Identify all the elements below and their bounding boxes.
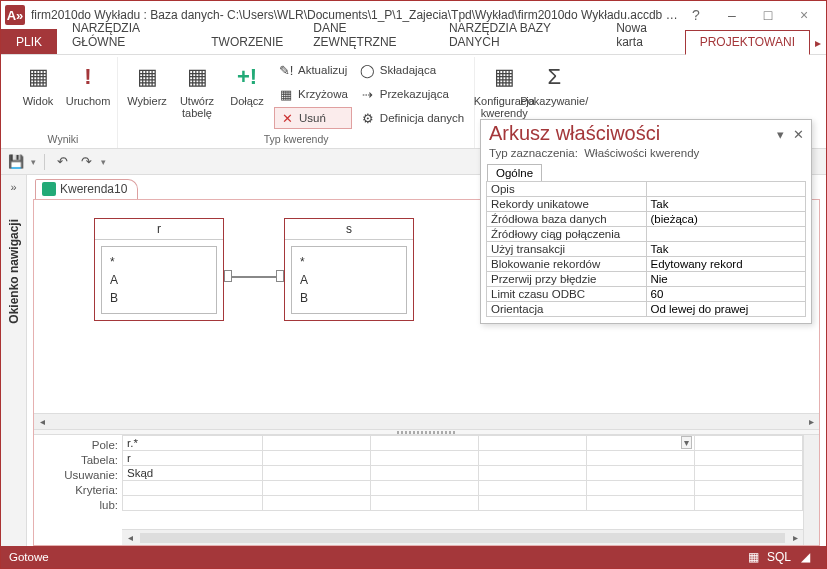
cell-tabela-1[interactable]: r xyxy=(123,451,263,466)
crosstab-button[interactable]: ▦Krzyżowa xyxy=(274,83,352,105)
ddl-button[interactable]: ⚙Definicja danych xyxy=(356,107,468,129)
tab-dbtools[interactable]: NARZĘDZIA BAZY DANYCH xyxy=(434,16,601,54)
table-s-field-star[interactable]: * xyxy=(300,253,398,271)
qat-dropdown2-icon[interactable]: ▾ xyxy=(101,157,106,167)
delete-icon: ✕ xyxy=(279,110,295,126)
tab-external[interactable]: DANE ZEWNĘTRZNE xyxy=(298,16,434,54)
table-s-field-a[interactable]: A xyxy=(300,271,398,289)
prop-val-srcconn[interactable] xyxy=(646,227,806,242)
showhide-label: Pokazywanie/ xyxy=(520,95,588,107)
label-tabela: Tabela: xyxy=(34,453,118,468)
cell-pole-4[interactable] xyxy=(479,436,587,451)
view-design-icon[interactable]: ◢ xyxy=(792,550,818,564)
label-pole: Pole: xyxy=(34,438,118,453)
view-label: Widok xyxy=(23,95,54,107)
tab-file[interactable]: PLIK xyxy=(1,29,57,54)
prop-key-srcdb: Źródłowa baza danych xyxy=(487,212,647,227)
cell-pole-6[interactable] xyxy=(695,436,803,451)
label-kryteria: Kryteria: xyxy=(34,483,118,498)
view-datasheet-icon[interactable]: ▦ xyxy=(740,550,766,564)
save-icon[interactable]: 💾 xyxy=(7,153,25,171)
cell-kryteria-1[interactable] xyxy=(123,481,263,496)
prop-val-orient[interactable]: Od lewej do prawej xyxy=(646,302,806,317)
prop-val-unique[interactable]: Tak xyxy=(646,197,806,212)
table-r-header: r xyxy=(95,219,223,240)
cell-lub-1[interactable] xyxy=(123,496,263,511)
qat-dropdown-icon[interactable]: ▾ xyxy=(31,157,36,167)
prop-key-fail: Przerwij przy błędzie xyxy=(487,272,647,287)
cell-pole-5[interactable] xyxy=(587,436,695,451)
table-s-header: s xyxy=(285,219,413,240)
passthrough-label: Przekazująca xyxy=(380,88,449,100)
union-button[interactable]: ◯Składająca xyxy=(356,59,468,81)
table-r[interactable]: r * A B xyxy=(94,218,224,321)
passthrough-icon: ⇢ xyxy=(360,86,376,102)
table-r-field-b[interactable]: B xyxy=(110,289,208,307)
query-icon xyxy=(42,182,56,196)
join-line[interactable] xyxy=(224,276,284,278)
close-button[interactable]: × xyxy=(786,3,822,27)
property-tab-general[interactable]: Ogólne xyxy=(487,164,542,181)
querysetup-button[interactable]: ▦Konfiguracja kwerendy xyxy=(481,59,527,119)
setup-icon: ▦ xyxy=(488,61,520,93)
union-icon: ◯ xyxy=(360,62,376,78)
qbe-grid: Pole: Tabela: Usuwanie: Kryteria: lub: r… xyxy=(34,435,819,545)
doc-tab-kwerenda10[interactable]: Kwerenda10 xyxy=(35,179,138,199)
qbe-vscroll[interactable] xyxy=(803,435,819,545)
prop-val-opis[interactable] xyxy=(646,182,806,197)
prop-val-odbc[interactable]: 60 xyxy=(646,287,806,302)
tab-design[interactable]: PROJEKTOWANI xyxy=(685,30,810,55)
prop-key-orient: Orientacja xyxy=(487,302,647,317)
qbe-columns[interactable]: r.* r Skąd ◂▸ xyxy=(122,435,803,545)
label-lub: lub: xyxy=(34,498,118,513)
maketable-button[interactable]: ▦Utwórz tabelę xyxy=(174,59,220,119)
prop-val-trans[interactable]: Tak xyxy=(646,242,806,257)
showhide-button[interactable]: ΣPokazywanie/ xyxy=(531,59,577,107)
ribbon-group-querytype: ▦Wybierz ▦Utwórz tabelę +!Dołącz ✎!Aktua… xyxy=(118,57,475,148)
table-s-field-b[interactable]: B xyxy=(300,289,398,307)
cell-usuwanie-1[interactable]: Skąd xyxy=(123,466,263,481)
update-button[interactable]: ✎!Aktualizuj xyxy=(274,59,352,81)
prop-key-unique: Rekordy unikatowe xyxy=(487,197,647,212)
prop-sub-label: Typ zaznaczenia: xyxy=(489,147,578,159)
append-label: Dołącz xyxy=(230,95,264,107)
view-button[interactable]: ▦ Widok xyxy=(15,59,61,107)
diagram-hscroll[interactable]: ◂▸ xyxy=(34,413,819,429)
navigation-pane-collapsed[interactable]: » Okienko nawigacji xyxy=(1,175,27,546)
prop-key-opis: Opis xyxy=(487,182,647,197)
table-r-field-star[interactable]: * xyxy=(110,253,208,271)
minimize-button[interactable]: – xyxy=(714,3,750,27)
cell-pole-2[interactable] xyxy=(263,436,371,451)
undo-icon[interactable]: ↶ xyxy=(53,153,71,171)
prop-key-srcconn: Źródłowy ciąg połączenia xyxy=(487,227,647,242)
tab-overflow[interactable]: ▸ xyxy=(810,31,826,54)
tab-home[interactable]: NARZĘDZIA GŁÓWNE xyxy=(57,16,196,54)
prop-val-fail[interactable]: Nie xyxy=(646,272,806,287)
select-button[interactable]: ▦Wybierz xyxy=(124,59,170,107)
table-s[interactable]: s * A B xyxy=(284,218,414,321)
prop-val-srcdb[interactable]: (bieżąca) xyxy=(646,212,806,227)
passthrough-button[interactable]: ⇢Przekazująca xyxy=(356,83,468,105)
prop-val-lock[interactable]: Edytowany rekord xyxy=(646,257,806,272)
view-sql-button[interactable]: SQL xyxy=(766,550,792,564)
tab-new[interactable]: Nowa karta xyxy=(601,16,684,54)
property-sheet-close-icon[interactable]: ✕ xyxy=(789,127,807,142)
delete-button[interactable]: ✕Usuń xyxy=(274,107,352,129)
redo-icon[interactable]: ↷ xyxy=(77,153,95,171)
tab-create[interactable]: TWORZENIE xyxy=(196,30,298,54)
cell-pole-3[interactable] xyxy=(371,436,479,451)
qbe-hscroll[interactable]: ◂▸ xyxy=(122,529,803,545)
append-button[interactable]: +!Dołącz xyxy=(224,59,270,107)
ribbon-group-results: ▦ Widok ! Uruchom Wyniki xyxy=(9,57,118,148)
maketable-label: Utwórz tabelę xyxy=(174,95,220,119)
table-r-field-a[interactable]: A xyxy=(110,271,208,289)
property-sheet-move-icon[interactable]: ▾ xyxy=(771,127,789,142)
status-text: Gotowe xyxy=(9,551,49,563)
nav-label: Okienko nawigacji xyxy=(7,219,21,324)
group-querytype-label: Typ kwerendy xyxy=(264,131,329,148)
cell-pole-1[interactable]: r.* xyxy=(123,436,263,451)
nav-expand-icon[interactable]: » xyxy=(10,181,16,193)
maximize-button[interactable]: □ xyxy=(750,3,786,27)
group-results-label: Wyniki xyxy=(48,131,79,148)
run-button[interactable]: ! Uruchom xyxy=(65,59,111,107)
